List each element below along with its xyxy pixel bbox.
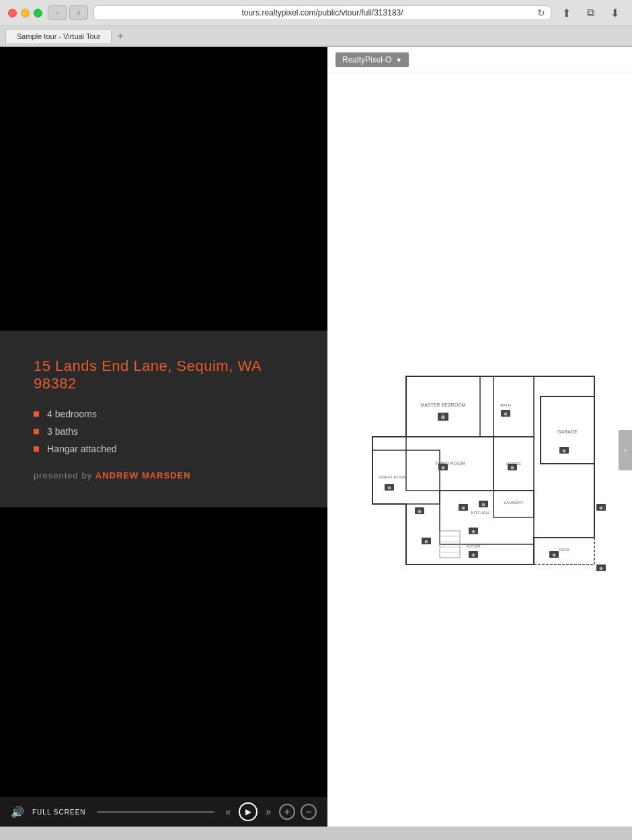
feature-bullet — [34, 411, 39, 417]
next-button[interactable]: » — [266, 806, 271, 817]
property-address: 15 Lands End Lane, Sequim, WA 98382 — [34, 358, 294, 392]
svg-point-55 — [599, 566, 602, 570]
floor-plan-area: MASTER BEDROOM BATH THIRD ROOM OFFICE GA… — [327, 73, 632, 827]
svg-point-51 — [552, 553, 555, 556]
forward-button[interactable]: › — [69, 5, 88, 20]
feature-bedrooms: 4 bedrooms — [34, 409, 294, 419]
url-text: tours.realtypixel.com/public/vtour/full/… — [241, 8, 403, 17]
chevron-right-icon: › — [624, 446, 627, 455]
playback-controls: « ▶ » — [225, 802, 271, 821]
svg-text:MASTER BEDROOM: MASTER BEDROOM — [420, 403, 465, 407]
main-content: 15 Lands End Lane, Sequim, WA 98382 4 be… — [0, 47, 632, 827]
svg-point-57 — [562, 449, 565, 452]
browser-chrome: ‹ › tours.realtypixel.com/public/vtour/f… — [0, 0, 632, 47]
minimize-button[interactable] — [21, 9, 30, 17]
svg-point-53 — [599, 506, 602, 509]
feature-bullet — [34, 429, 39, 434]
close-button[interactable] — [8, 9, 17, 17]
presenter-name: ANDREW MARSDEN — [95, 470, 191, 480]
window-button[interactable]: ⧉ — [581, 5, 600, 20]
presenter-line: presented by ANDREW MARSDEN — [34, 470, 294, 480]
play-icon: ▶ — [245, 807, 251, 816]
svg-text:DECK: DECK — [558, 548, 569, 552]
svg-point-43 — [387, 486, 391, 489]
floor-plan-dropdown[interactable]: RealtyPixel-O ▼ — [335, 52, 409, 67]
feature-bedrooms-text: 4 bedrooms — [47, 409, 97, 419]
nav-buttons: ‹ › — [48, 5, 88, 20]
floor-plan-header: RealtyPixel-O ▼ — [327, 47, 632, 73]
new-tab-button[interactable]: + — [117, 30, 123, 42]
left-panel: 15 Lands End Lane, Sequim, WA 98382 4 be… — [0, 47, 327, 827]
fullscreen-label[interactable]: FULL SCREEN — [32, 808, 86, 816]
svg-text:KITCHEN: KITCHEN — [471, 511, 488, 515]
feature-baths-text: 3 baths — [47, 426, 78, 437]
svg-text:GREAT ROOM: GREAT ROOM — [379, 475, 405, 479]
svg-text:BATH: BATH — [500, 403, 511, 407]
property-info-box: 15 Lands End Lane, Sequim, WA 98382 4 be… — [0, 331, 327, 507]
back-button[interactable]: ‹ — [48, 5, 67, 20]
dropdown-arrow-icon: ▼ — [395, 56, 402, 64]
svg-rect-31 — [441, 413, 445, 415]
browser-tab[interactable]: Sample tour - Virtual Tour — [5, 29, 112, 43]
feature-hangar: Hangar attached — [34, 444, 294, 454]
svg-point-35 — [441, 466, 444, 469]
traffic-lights — [8, 9, 42, 17]
address-bar[interactable]: tours.realtypixel.com/public/vtour/full/… — [93, 5, 551, 20]
feature-baths: 3 baths — [34, 426, 294, 437]
volume-icon[interactable]: 🔊 — [11, 806, 24, 818]
share-button[interactable]: ⬆ — [557, 5, 576, 20]
browser-actions: ⬆ ⧉ ⬇ — [557, 5, 624, 20]
feature-hangar-text: Hangar attached — [47, 444, 117, 454]
svg-point-59 — [418, 509, 421, 513]
download-button[interactable]: ⬇ — [605, 5, 624, 20]
property-features: 4 bedrooms 3 baths Hangar attached — [34, 409, 294, 454]
feature-bullet — [34, 446, 39, 452]
svg-point-45 — [424, 540, 428, 543]
svg-point-49 — [471, 553, 475, 556]
progress-bar[interactable] — [97, 811, 215, 813]
presented-by-label: presented by — [34, 470, 92, 480]
browser-tabbar: Sample tour - Virtual Tour + — [0, 26, 632, 46]
zoom-controls: + − — [279, 804, 317, 820]
svg-point-37 — [510, 466, 514, 469]
right-chevron[interactable]: › — [619, 430, 632, 470]
refresh-button[interactable]: ↻ — [537, 7, 545, 18]
browser-titlebar: ‹ › tours.realtypixel.com/public/vtour/f… — [0, 0, 632, 26]
svg-text:FOYER: FOYER — [466, 544, 480, 548]
prev-button[interactable]: « — [225, 806, 231, 817]
svg-point-41 — [481, 503, 485, 506]
zoom-in-button[interactable]: + — [279, 804, 295, 820]
bottom-controls: 🔊 FULL SCREEN « ▶ » + − — [0, 797, 327, 827]
maximize-button[interactable] — [34, 9, 42, 17]
dropdown-label: RealtyPixel-O — [342, 55, 391, 65]
play-button[interactable]: ▶ — [239, 802, 258, 821]
svg-text:GARAGE: GARAGE — [557, 429, 578, 434]
floor-plan-svg: MASTER BEDROOM BATH THIRD ROOM OFFICE GA… — [339, 370, 621, 585]
svg-text:LAUNDRY: LAUNDRY — [504, 501, 523, 505]
svg-point-47 — [471, 530, 475, 533]
right-panel: RealtyPixel-O ▼ — [327, 47, 632, 827]
svg-point-33 — [504, 412, 507, 415]
svg-point-39 — [461, 506, 465, 509]
zoom-out-button[interactable]: − — [301, 804, 317, 820]
svg-point-30 — [441, 415, 445, 419]
